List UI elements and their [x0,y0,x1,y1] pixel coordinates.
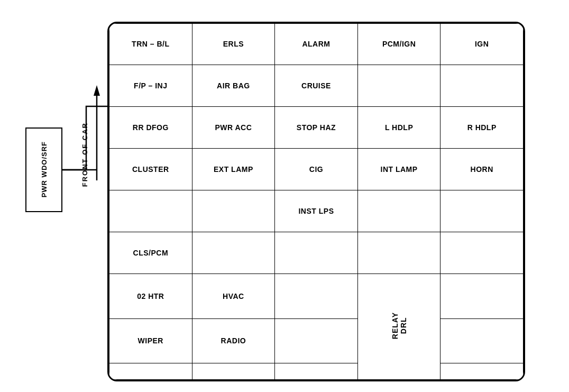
fuse-cell: ALARM [275,23,358,65]
front-of-car-label: FRONT OF CAR [81,122,89,187]
fuse-cell-empty [192,363,275,379]
table-row: CLS/PCM [109,232,524,274]
fuse-cell: ERLS [192,23,275,65]
fuse-cell: EXT LAMP [192,149,275,190]
table-row: INST LPS [109,190,524,232]
fuse-cell: HVAC [192,274,275,319]
fuse-cell: CLS/PCM [109,232,192,274]
table-row: F/P – INJ AIR BAG CRUISE [109,65,524,107]
fuse-cell-empty [357,232,440,274]
fuse-cell: INT LAMP [357,149,440,190]
fuse-box: TRN – B/L ERLS ALARM PCM/IGN IGN F/P – I… [107,22,525,381]
fuse-cell-empty [440,232,524,274]
fuse-cell-empty [440,65,524,107]
fuse-cell-empty [192,190,275,232]
pwr-wdo-srf-box: PWR WDO/SRF [25,127,62,212]
fuse-cell-empty [109,363,192,379]
relay-drl-label: RELAYDRL [391,312,408,339]
fuse-cell: AIR BAG [192,65,275,107]
fuse-cell: IGN [440,23,524,65]
table-row: 02 HTR HVAC RELAYDRL [109,274,524,319]
fuse-cell-empty [109,190,192,232]
fuse-cell-empty [440,190,524,232]
fuse-cell: PCM/IGN [357,23,440,65]
fuse-cell: RR DFOG [109,107,192,149]
fuse-cell-empty [440,318,524,363]
fuse-cell-empty [275,318,358,363]
fuse-table: TRN – B/L ERLS ALARM PCM/IGN IGN F/P – I… [109,23,524,380]
fuse-cell: R HDLP [440,107,524,149]
fuse-cell: CIG [275,149,358,190]
fuse-cell-empty [440,363,524,379]
fuse-cell-empty [275,232,358,274]
table-row: TRN – B/L ERLS ALARM PCM/IGN IGN [109,23,524,65]
fuse-cell-empty [192,232,275,274]
fuse-cell: WIPER [109,318,192,363]
fuse-cell: TRN – B/L [109,23,192,65]
fuse-cell-empty [357,190,440,232]
svg-marker-0 [94,85,100,96]
fuse-cell: F/P – INJ [109,65,192,107]
fuse-cell: L HDLP [357,107,440,149]
fuse-cell-empty [275,363,358,379]
fuse-cell-empty [357,65,440,107]
fuse-cell: RADIO [192,318,275,363]
fuse-cell: HORN [440,149,524,190]
fuse-cell: PWR ACC [192,107,275,149]
table-row: RR DFOG PWR ACC STOP HAZ L HDLP R HDLP [109,107,524,149]
fuse-cell-empty [440,274,524,319]
fuse-cell: 02 HTR [109,274,192,319]
table-row: WIPER RADIO [109,318,524,363]
fuse-cell-empty [275,274,358,319]
diagram-container: PWR WDO/SRF FRONT OF CAR TRN – B/L ERLS … [25,11,544,381]
table-row [109,363,524,379]
table-row: CLUSTER EXT LAMP CIG INT LAMP HORN [109,149,524,190]
pwr-label: PWR WDO/SRF [40,141,48,197]
fuse-cell: INST LPS [275,190,358,232]
fuse-cell: STOP HAZ [275,107,358,149]
fuse-cell: CRUISE [275,65,358,107]
fuse-cell: CLUSTER [109,149,192,190]
fuse-cell-relay-drl: RELAYDRL [357,274,440,379]
